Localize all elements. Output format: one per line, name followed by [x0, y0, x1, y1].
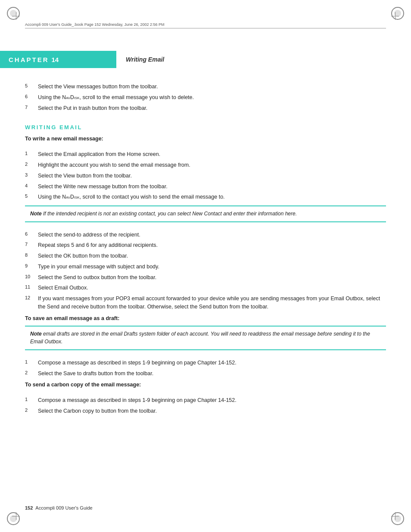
intro-steps: 5 Select the View messages button from t…: [25, 83, 386, 112]
chapter-header-bar: Chapter 14: [0, 51, 116, 68]
list-item: 3 Select the View button from the toolba…: [25, 172, 386, 180]
step-number: 1: [25, 359, 38, 367]
list-item: 4 Select the Write new message button fr…: [25, 183, 386, 191]
sub-heading-cc: To send a carbon copy of the email messa…: [25, 382, 386, 388]
step-number: 2: [25, 161, 38, 169]
step-text: Select the View button from the toolbar.: [38, 172, 386, 180]
list-item: 1 Select the Email application from the …: [25, 150, 386, 159]
crosshair-bl: [12, 512, 20, 520]
page-footer: 152 Accompli 009 User's Guide: [25, 505, 386, 510]
note-label-1: Note: [30, 211, 42, 217]
note-label-2: Note: [30, 331, 42, 337]
step-number: 2: [25, 370, 38, 378]
step-text: Using the NavDisk, scroll to the email m…: [38, 93, 386, 102]
note-box-2: Note email drafts are stored in the emai…: [25, 326, 386, 350]
step-number: 7: [25, 241, 38, 249]
step-number: 2: [25, 407, 38, 415]
sub-heading-draft: To save an email message as a draft:: [25, 315, 386, 321]
step-number: 1: [25, 150, 38, 159]
step-text: Select Email Outbox.: [38, 284, 386, 292]
list-item: 7 Select the Put in trash button from th…: [25, 104, 386, 112]
step-text: Select the Save to drafts button from th…: [38, 370, 386, 378]
list-item: 7 Repeat steps 5 and 6 for any additiona…: [25, 241, 386, 249]
note-text-2: Note email drafts are stored in the emai…: [30, 331, 370, 345]
meta-line: Accompli 009 User's Guide_.book Page 152…: [25, 22, 386, 28]
main-content: 5 Select the View messages button from t…: [25, 74, 386, 418]
note-text-1: Note If the intended recipient is not an…: [30, 211, 297, 217]
step-number: 8: [25, 252, 38, 260]
cc-steps: 1 Compose a message as described in step…: [25, 396, 386, 415]
write-steps: 1 Select the Email application from the …: [25, 150, 386, 201]
list-item: 9 Type in your email message with subjec…: [25, 263, 386, 271]
step-text: Repeat steps 5 and 6 for any additional …: [38, 241, 386, 249]
step-number: 6: [25, 93, 38, 102]
step-number: 12: [25, 295, 38, 311]
step-text: Select the Carbon copy to button from th…: [38, 407, 386, 415]
crosshair-tl: [12, 12, 20, 20]
step-text: Select the OK button from the toolbar.: [38, 252, 386, 260]
page-number: 152: [25, 505, 33, 510]
list-item: 10 Select the Send to outbox button from…: [25, 274, 386, 282]
sub-heading-write: To write a new email message:: [25, 136, 386, 142]
list-item: 5 Select the View messages button from t…: [25, 83, 386, 91]
note-box-1: Note If the intended recipient is not an…: [25, 205, 386, 222]
step-text: Type in your email message with subject …: [38, 263, 386, 271]
step-number: 7: [25, 104, 38, 112]
step-number: 3: [25, 172, 38, 180]
step-text: Compose a message as described in steps …: [38, 359, 386, 367]
list-item: 6 Select the send-to address of the reci…: [25, 231, 386, 239]
chapter-number: 14: [52, 56, 59, 63]
step-number: 5: [25, 83, 38, 91]
crosshair-br: [391, 512, 399, 520]
write-steps-2: 6 Select the send-to address of the reci…: [25, 231, 386, 311]
step-text: Using the NavDisk, scroll to the contact…: [38, 193, 386, 201]
step-text: Select the Send to outbox button from th…: [38, 274, 386, 282]
chapter-label: Chapter: [9, 56, 49, 63]
step-text: Select the Put in trash button from the …: [38, 104, 386, 112]
list-item: 8 Select the OK button from the toolbar.: [25, 252, 386, 260]
chapter-title: Writing Email: [126, 56, 164, 63]
draft-steps: 1 Compose a message as described in step…: [25, 359, 386, 378]
list-item: 2 Select the Carbon copy to button from …: [25, 407, 386, 415]
navdisk-ref: NavDisk: [62, 94, 79, 100]
list-item: 1 Compose a message as described in step…: [25, 359, 386, 367]
list-item: 5 Using the NavDisk, scroll to the conta…: [25, 193, 386, 201]
section-heading-writing-email: WRITING EMAIL: [25, 124, 386, 131]
step-number: 9: [25, 263, 38, 271]
step-number: 11: [25, 284, 38, 292]
step-number: 6: [25, 231, 38, 239]
step-text: Select the Email application from the Ho…: [38, 150, 386, 159]
list-item: 6 Using the NavDisk, scroll to the email…: [25, 93, 386, 102]
footer-text: Accompli 009 User's Guide: [35, 505, 92, 510]
step-number: 4: [25, 183, 38, 191]
chapter-header: Chapter 14 Writing Email: [0, 51, 411, 68]
list-item: 2 Highlight the account you wish to send…: [25, 161, 386, 169]
list-item: 2 Select the Save to drafts button from …: [25, 370, 386, 378]
step-text: Select the Write new message button from…: [38, 183, 386, 191]
crosshair-tr: [391, 12, 399, 20]
step-text: Select the send-to address of the recipi…: [38, 231, 386, 239]
step-text: Highlight the account you wish to send t…: [38, 161, 386, 169]
step-number: 10: [25, 274, 38, 282]
navdisk-ref: NavDisk: [62, 194, 79, 200]
step-text: If you want messages from your POP3 emai…: [38, 295, 386, 311]
step-number: 1: [25, 396, 38, 404]
step-text: Select the View messages button from the…: [38, 83, 386, 91]
list-item: 12 If you want messages from your POP3 e…: [25, 295, 386, 311]
list-item: 1 Compose a message as described in step…: [25, 396, 386, 404]
step-number: 5: [25, 193, 38, 201]
list-item: 11 Select Email Outbox.: [25, 284, 386, 292]
step-text: Compose a message as described in steps …: [38, 396, 386, 404]
